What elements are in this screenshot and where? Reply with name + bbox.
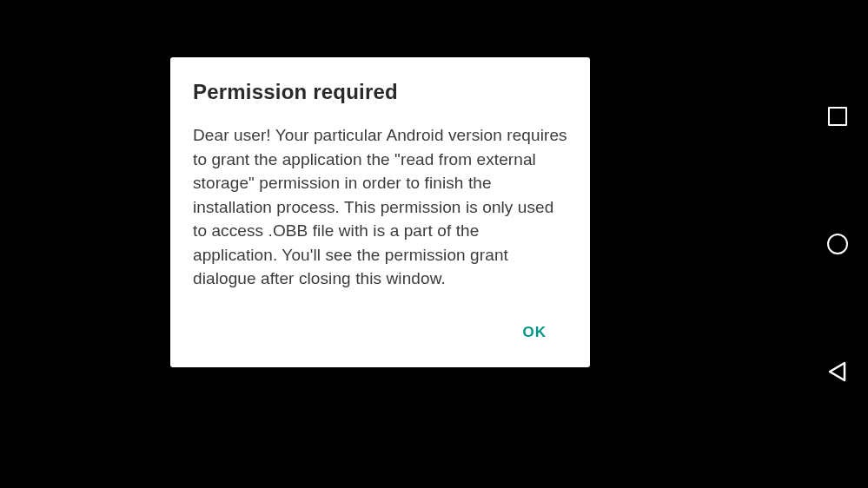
ok-button[interactable]: OK	[513, 317, 558, 348]
dialog-message: Dear user! Your particular Android versi…	[193, 123, 567, 291]
circle-icon	[827, 234, 848, 254]
square-icon	[828, 107, 847, 126]
back-button[interactable]	[824, 358, 851, 386]
dialog-title: Permission required	[193, 80, 567, 104]
recent-apps-button[interactable]	[824, 102, 851, 130]
home-button[interactable]	[824, 230, 851, 258]
dialog-actions: OK	[193, 317, 567, 355]
triangle-icon	[826, 360, 849, 383]
system-navbar	[807, 0, 868, 488]
permission-dialog: Permission required Dear user! Your part…	[170, 57, 590, 367]
